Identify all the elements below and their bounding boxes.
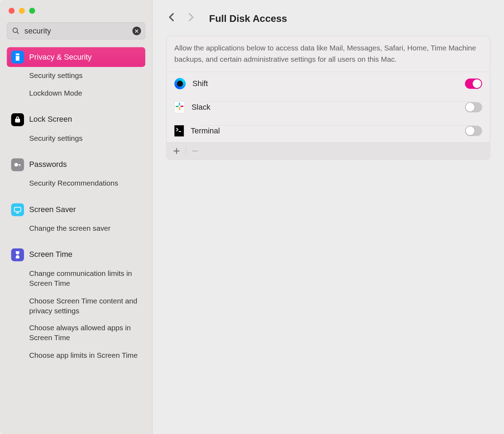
toggle-terminal[interactable] xyxy=(465,126,482,136)
sidebar-item-privacy-security[interactable]: Privacy & Security xyxy=(7,47,145,67)
sidebar-item-label: Passwords xyxy=(29,160,67,169)
search-input[interactable] xyxy=(7,22,145,40)
panel-description: Allow the applications below to access d… xyxy=(167,36,490,72)
page-title: Full Disk Access xyxy=(209,13,287,24)
sidebar-item-label: Lock Screen xyxy=(29,115,72,124)
footer-separator xyxy=(185,147,186,155)
remove-app-button[interactable] xyxy=(189,145,201,157)
sidebar-sub-item[interactable]: Choose app limits in Screen Time xyxy=(7,348,145,364)
sidebar-item-lock-screen[interactable]: Lock Screen xyxy=(7,110,145,129)
sidebar-item-label: Screen Time xyxy=(29,250,73,259)
minimize-window-button[interactable] xyxy=(19,8,25,14)
sidebar-item-label: Privacy & Security xyxy=(29,53,92,62)
sidebar-sub-item[interactable]: Security settings xyxy=(7,130,145,147)
maximize-window-button[interactable] xyxy=(29,8,35,14)
sidebar-sub-item[interactable]: Choose always allowed apps in Screen Tim… xyxy=(7,320,145,347)
clear-search-button[interactable]: ✕ xyxy=(133,26,141,35)
full-disk-access-panel: Allow the applications below to access d… xyxy=(166,36,490,159)
screen-time-icon xyxy=(11,248,24,261)
svg-rect-4 xyxy=(14,207,21,211)
svg-point-0 xyxy=(13,28,18,32)
add-app-button[interactable] xyxy=(171,145,182,157)
sidebar-sub-item[interactable]: Change the screen saver xyxy=(7,221,145,237)
app-icon-terminal xyxy=(174,125,184,137)
sidebar-item-screen-saver[interactable]: Screen Saver xyxy=(7,200,145,219)
content-header: Full Disk Access xyxy=(166,8,490,36)
search-icon xyxy=(12,27,20,35)
svg-point-3 xyxy=(15,163,18,166)
close-window-button[interactable] xyxy=(8,8,14,14)
panel-footer xyxy=(167,143,490,159)
screen-saver-icon xyxy=(11,203,24,216)
app-name-label: Terminal xyxy=(191,126,458,135)
sidebar-item-passwords[interactable]: Passwords xyxy=(7,155,145,175)
nav-back-button[interactable] xyxy=(166,11,177,26)
sidebar-sub-item[interactable]: Choose Screen Time content and privacy s… xyxy=(7,293,145,319)
app-icon-shift xyxy=(174,78,186,89)
svg-rect-5 xyxy=(179,102,180,106)
sidebar-list: Privacy & SecuritySecurity settingsLockd… xyxy=(0,46,152,434)
app-row-terminal: Terminal xyxy=(167,119,490,143)
passwords-icon xyxy=(11,158,24,171)
svg-rect-8 xyxy=(180,106,184,107)
app-row-shift: Shift xyxy=(167,72,490,95)
sidebar: ✕ Privacy & SecuritySecurity settingsLoc… xyxy=(0,0,153,434)
sidebar-sub-item[interactable]: Lockdown Mode xyxy=(7,85,145,102)
svg-rect-7 xyxy=(179,107,180,110)
window-controls xyxy=(0,0,152,18)
content-area: Full Disk Access Allow the applications … xyxy=(153,0,504,434)
nav-forward-button[interactable] xyxy=(186,11,196,26)
sidebar-item-label: Screen Saver xyxy=(29,205,76,215)
svg-rect-2 xyxy=(16,119,20,122)
sidebar-sub-item[interactable]: Change communication limits in Screen Ti… xyxy=(7,265,145,292)
toggle-shift[interactable] xyxy=(465,79,482,89)
toggle-slack[interactable] xyxy=(465,102,482,112)
privacy-icon xyxy=(11,50,24,63)
app-name-label: Shift xyxy=(192,79,458,88)
svg-rect-6 xyxy=(176,106,179,107)
app-row-slack: Slack xyxy=(167,95,490,119)
sidebar-sub-item[interactable]: Security Recommendations xyxy=(7,175,145,192)
sidebar-item-screen-time[interactable]: Screen Time xyxy=(7,245,145,265)
lock-screen-icon xyxy=(11,113,24,126)
sidebar-sub-item[interactable]: Security settings xyxy=(7,68,145,84)
app-name-label: Slack xyxy=(192,103,458,112)
app-icon-slack xyxy=(174,101,185,113)
search-field-wrap: ✕ xyxy=(7,22,145,40)
svg-line-1 xyxy=(17,32,19,34)
